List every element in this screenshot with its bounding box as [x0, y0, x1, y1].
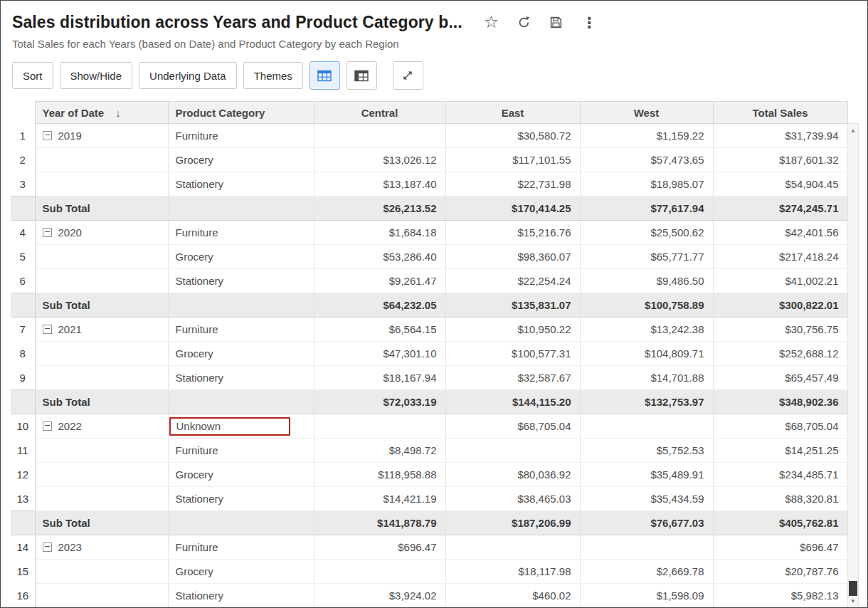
west-value[interactable]: $57,473.65 — [580, 148, 713, 172]
total-sales-value[interactable]: $68,705.04 — [713, 414, 847, 439]
east-value[interactable] — [445, 535, 580, 560]
central-value[interactable]: $18,167.94 — [314, 366, 445, 390]
central-value[interactable]: $3,924.02 — [314, 584, 445, 608]
category-cell[interactable]: Unknown — [168, 414, 314, 439]
central-value[interactable]: $141,878.79 — [314, 511, 445, 535]
total-sales-value[interactable]: $31,739.94 — [713, 124, 847, 148]
total-sales-value[interactable]: $217,418.24 — [713, 245, 847, 269]
central-value[interactable]: $696.47 — [314, 535, 445, 560]
east-value[interactable]: $32,587.67 — [445, 366, 580, 390]
collapse-icon[interactable] — [43, 543, 52, 552]
category-cell[interactable]: Grocery — [168, 342, 314, 366]
west-value[interactable] — [580, 414, 713, 439]
collapse-icon[interactable] — [43, 228, 52, 237]
central-value[interactable]: $1,684.18 — [314, 221, 445, 245]
column-header-east[interactable]: East — [445, 102, 580, 124]
more-options-icon[interactable]: ⋮ — [581, 15, 596, 30]
category-cell[interactable]: Furniture — [168, 535, 314, 560]
east-value[interactable]: $135,831.07 — [445, 293, 580, 318]
total-sales-value[interactable]: $88,320.81 — [713, 487, 847, 511]
total-sales-value[interactable]: $41,002.21 — [713, 269, 847, 293]
total-sales-value[interactable]: $30,756.75 — [713, 318, 847, 342]
central-value[interactable] — [314, 414, 445, 439]
collapse-icon[interactable] — [43, 421, 52, 431]
category-cell[interactable]: Stationery — [168, 269, 314, 293]
total-sales-value[interactable]: $42,401.56 — [713, 221, 847, 245]
west-value[interactable]: $100,758.89 — [580, 293, 713, 318]
column-header-product-category[interactable]: Product Category — [168, 102, 314, 124]
total-sales-value[interactable]: $14,251.25 — [713, 439, 847, 463]
west-value[interactable] — [580, 535, 713, 560]
west-value[interactable]: $9,486.50 — [580, 269, 713, 293]
category-cell[interactable]: Furniture — [168, 221, 314, 245]
refresh-icon[interactable] — [517, 16, 531, 29]
central-value[interactable]: $13,026.12 — [314, 148, 445, 172]
east-value[interactable]: $22,731.98 — [445, 172, 580, 196]
east-value[interactable]: $460.02 — [445, 584, 580, 608]
west-value[interactable]: $65,771.77 — [580, 245, 713, 269]
west-value[interactable]: $132,753.97 — [580, 390, 713, 414]
central-value[interactable]: $26,213.52 — [314, 196, 445, 221]
west-value[interactable]: $1,159.22 — [580, 124, 713, 148]
total-sales-value[interactable]: $348,902.36 — [713, 390, 847, 414]
spreadsheet-view-button[interactable] — [346, 61, 377, 90]
east-value[interactable]: $30,580.72 — [445, 124, 580, 148]
save-icon[interactable] — [549, 16, 563, 29]
east-value[interactable]: $15,216.76 — [445, 221, 580, 245]
central-value[interactable]: $47,301.10 — [314, 342, 445, 366]
west-value[interactable]: $25,500.62 — [580, 221, 713, 245]
central-value[interactable]: $53,286.40 — [314, 245, 445, 269]
central-value[interactable]: $118,958.88 — [314, 463, 445, 487]
scroll-up-button[interactable]: ▲ — [848, 125, 858, 136]
scroll-down-button[interactable]: ▼ — [848, 596, 858, 607]
total-sales-value[interactable]: $20,787.76 — [713, 560, 847, 584]
west-value[interactable]: $77,617.94 — [580, 196, 713, 221]
vertical-scrollbar[interactable]: ▲ ▼ — [847, 123, 859, 608]
scrollbar-thumb[interactable] — [849, 581, 857, 596]
category-cell[interactable]: Stationery — [168, 172, 314, 196]
sort-descending-icon[interactable]: ↓ — [115, 107, 121, 119]
west-value[interactable]: $18,985.07 — [580, 172, 713, 196]
favorite-star-icon[interactable]: ☆ — [484, 14, 499, 31]
central-value[interactable]: $72,033.19 — [314, 390, 445, 414]
column-header-year-of-date[interactable]: Year of Date↓ — [35, 102, 168, 124]
east-value[interactable]: $68,705.04 — [445, 414, 580, 439]
central-value[interactable]: $13,187.40 — [314, 172, 445, 196]
category-cell[interactable]: Stationery — [168, 366, 314, 390]
total-sales-value[interactable]: $696.47 — [713, 535, 847, 560]
west-value[interactable]: $5,752.53 — [580, 439, 713, 463]
east-value[interactable]: $10,950.22 — [445, 318, 580, 342]
east-value[interactable]: $144,115.20 — [445, 390, 580, 414]
column-header-west[interactable]: West — [580, 102, 713, 124]
central-value[interactable]: $14,421.19 — [314, 487, 445, 511]
central-value[interactable]: $8,498.72 — [314, 439, 445, 463]
sort-button[interactable]: Sort — [12, 62, 53, 89]
column-header-central[interactable]: Central — [314, 102, 445, 124]
west-value[interactable]: $2,669.78 — [580, 560, 713, 584]
west-value[interactable]: $1,598.09 — [580, 584, 713, 608]
central-value[interactable] — [314, 124, 445, 148]
east-value[interactable]: $187,206.99 — [445, 511, 580, 535]
category-cell[interactable]: Furniture — [168, 439, 314, 463]
underlying-data-button[interactable]: Underlying Data — [139, 62, 237, 89]
total-sales-value[interactable]: $252,688.12 — [713, 342, 847, 366]
column-header-total-sales[interactable]: Total Sales — [713, 102, 847, 124]
total-sales-value[interactable]: $274,245.71 — [713, 196, 847, 221]
east-value[interactable] — [445, 439, 580, 463]
east-value[interactable]: $80,036.92 — [445, 463, 580, 487]
central-value[interactable] — [314, 560, 445, 584]
west-value[interactable]: $13,242.38 — [580, 318, 713, 342]
total-sales-value[interactable]: $5,982.13 — [713, 584, 847, 608]
total-sales-value[interactable]: $300,822.01 — [713, 293, 847, 318]
west-value[interactable]: $35,489.91 — [580, 463, 713, 487]
west-value[interactable]: $76,677.03 — [580, 511, 713, 535]
collapse-expand-button[interactable] — [393, 61, 423, 90]
table-view-button[interactable] — [309, 61, 340, 90]
category-cell[interactable]: Furniture — [168, 124, 314, 148]
west-value[interactable]: $104,809.71 — [580, 342, 713, 366]
central-value[interactable]: $9,261.47 — [314, 269, 445, 293]
themes-button[interactable]: Themes — [243, 62, 303, 89]
central-value[interactable]: $6,564.15 — [314, 318, 445, 342]
category-cell[interactable]: Furniture — [168, 318, 314, 342]
east-value[interactable]: $18,117.98 — [445, 560, 580, 584]
